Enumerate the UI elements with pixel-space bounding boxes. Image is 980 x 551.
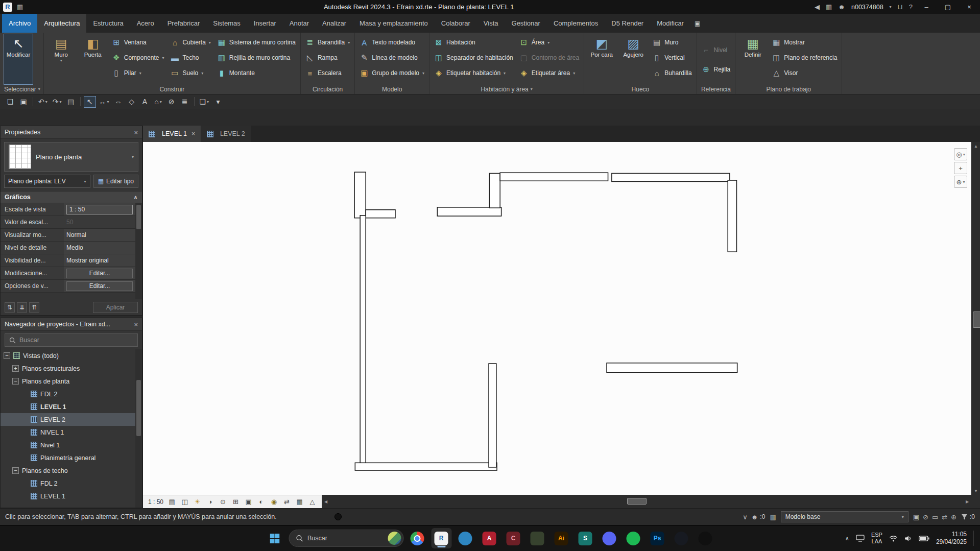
tree-item-fdl-2[interactable]: FDL 2 bbox=[1, 477, 135, 490]
barandilla-button[interactable]: ≣Barandilla▾ bbox=[304, 35, 351, 50]
tree-item-fdl-2[interactable]: FDL 2 bbox=[1, 388, 135, 400]
pan-icon[interactable]: + bbox=[954, 162, 967, 174]
ribbon-tab-d5-render[interactable]: D5 Render bbox=[605, 14, 650, 33]
tree-item-nivel-1[interactable]: NIVEL 1 bbox=[1, 426, 135, 439]
detail-level-icon[interactable]: ▤ bbox=[168, 498, 176, 506]
scrollbar-thumb[interactable] bbox=[136, 205, 141, 229]
escalera-button[interactable]: ≡Escalera bbox=[304, 65, 351, 81]
view-tab-level-2[interactable]: LEVEL 2 bbox=[201, 126, 251, 142]
hidden-icons-chevron-icon[interactable]: ∧ bbox=[845, 535, 849, 542]
apply-button[interactable]: Aplicar bbox=[93, 302, 138, 313]
wall-segment-6[interactable] bbox=[437, 207, 501, 216]
qat-customize-qat-icon[interactable]: ▾ bbox=[212, 96, 224, 108]
ventana-button[interactable]: ⊞Ventana bbox=[110, 35, 166, 50]
grupo-de-modelo-button[interactable]: ▣Grupo de modelo▾ bbox=[358, 65, 426, 81]
vertical-scrollbar[interactable]: ▲ ▼ bbox=[971, 142, 980, 495]
wall-segment-8[interactable] bbox=[500, 173, 608, 181]
ribbon-tab-anotar[interactable]: Anotar bbox=[283, 14, 316, 33]
tree-item-level-1[interactable]: LEVEL 1 bbox=[1, 400, 135, 413]
background-processes-icon[interactable]: ⇄ bbox=[942, 513, 947, 521]
ribbon-tab-modificar[interactable]: Modificar bbox=[650, 14, 690, 33]
value-input[interactable]: 1 : 50 bbox=[66, 205, 133, 214]
visual-style-icon[interactable]: ◫ bbox=[180, 498, 189, 506]
taskbar-photoshop-icon[interactable]: Ps bbox=[647, 528, 667, 548]
show-rendering-icon[interactable]: ⊙ bbox=[219, 498, 227, 506]
ribbon-tab-complementos[interactable]: Complementos bbox=[547, 14, 605, 33]
taskbar-app-maroon-icon[interactable]: C bbox=[503, 528, 523, 548]
taskbar-search[interactable]: Buscar bbox=[289, 530, 403, 547]
puerta-button[interactable]: ◧Puerta bbox=[79, 34, 107, 84]
language-indicator[interactable]: ESP LAA bbox=[871, 532, 882, 545]
area-button[interactable]: ⊡Área▾ bbox=[518, 35, 581, 50]
sistema-de-muro-cortina-button[interactable]: ▦Sistema de muro cortina bbox=[216, 35, 297, 50]
ribbon-tab-sistemas[interactable]: Sistemas bbox=[206, 14, 247, 33]
tree-item-level-2[interactable]: LEVEL 2 bbox=[1, 413, 135, 426]
taskbar-app-blue-circle-icon[interactable] bbox=[455, 528, 475, 548]
agujero-button[interactable]: ▨Agujero bbox=[619, 34, 648, 84]
expander-plus-icon[interactable]: + bbox=[12, 365, 19, 372]
vertical-button[interactable]: ▯Vertical bbox=[651, 50, 693, 65]
qat-text-icon[interactable]: A bbox=[139, 96, 151, 108]
sort-descending-icon[interactable]: ⇈ bbox=[29, 302, 39, 313]
wall-segment-10[interactable] bbox=[728, 180, 736, 252]
filter-combo[interactable]: Plano de planta: LEV ▾ bbox=[4, 175, 90, 188]
wall-segment-4[interactable] bbox=[355, 463, 497, 470]
ribbon-tab-arquitectura[interactable]: Arquitectura bbox=[37, 14, 86, 33]
habitacion-button[interactable]: ⊠Habitación bbox=[433, 35, 515, 50]
tree-item-planimetria-general[interactable]: Planimetría general bbox=[1, 451, 135, 464]
home-grid-icon[interactable]: ▦ bbox=[17, 3, 23, 11]
nivel-button[interactable]: ⌐Nivel bbox=[700, 42, 732, 58]
taskbar-autocad-icon[interactable]: A bbox=[479, 528, 499, 548]
collapse-section-icon[interactable]: ∧ bbox=[133, 194, 138, 201]
wall-segment-5[interactable] bbox=[489, 364, 496, 467]
property-value[interactable]: Editar... bbox=[64, 267, 135, 279]
montante-button[interactable]: ▮Montante bbox=[216, 65, 297, 81]
sun-path-icon[interactable]: ☀ bbox=[193, 498, 202, 506]
qat-open-icon[interactable]: ❏ bbox=[4, 96, 16, 108]
worksharing-display-icon[interactable]: ⇄ bbox=[282, 498, 291, 506]
graphics-section-header[interactable]: Gráficos ∧ bbox=[1, 191, 142, 203]
wifi-icon[interactable] bbox=[889, 535, 898, 542]
scrollbar-thumb[interactable] bbox=[136, 380, 141, 436]
editable-elements-icon[interactable]: ☻ bbox=[751, 513, 758, 521]
filter-icon[interactable] bbox=[961, 514, 968, 520]
qat-measure-icon[interactable]: ↔▾ bbox=[97, 96, 111, 108]
techo-button[interactable]: ▬Techo bbox=[169, 50, 212, 65]
ribbon-tab-analizar[interactable]: Analizar bbox=[316, 14, 353, 33]
edit-type-button[interactable]: ▦ Editar tipo bbox=[93, 175, 138, 188]
temporary-view-properties-icon[interactable]: ▦ bbox=[295, 498, 304, 506]
tree-item-planos-de-techo[interactable]: −Planos de techo bbox=[1, 464, 135, 477]
properties-close-icon[interactable]: × bbox=[130, 129, 138, 136]
exclude-options-icon[interactable]: ⊘ bbox=[923, 513, 928, 521]
zoom-icon[interactable]: ⊕▾ bbox=[954, 176, 967, 188]
workset-caret-icon[interactable]: ▾ bbox=[902, 515, 904, 519]
wall-segment-2[interactable] bbox=[366, 210, 395, 218]
sort-default-icon[interactable]: ⇅ bbox=[5, 302, 15, 313]
ribbon-tab-masa-y-emplazamiento[interactable]: Masa y emplazamiento bbox=[353, 14, 435, 33]
expander-minus-icon[interactable]: − bbox=[12, 378, 19, 385]
property-value[interactable]: Normal bbox=[64, 229, 135, 241]
expander-minus-icon[interactable]: − bbox=[4, 352, 10, 359]
wall-segment-9[interactable] bbox=[612, 173, 730, 181]
ribbon-tab-insertar[interactable]: Insertar bbox=[247, 14, 283, 33]
scroll-left-icon[interactable]: ◀ bbox=[322, 495, 330, 508]
wall-segment-11[interactable] bbox=[607, 363, 737, 372]
etiquetar-area-button[interactable]: ◈Etiquetar área▾ bbox=[518, 65, 581, 81]
definir-button[interactable]: ▦Definir bbox=[738, 34, 767, 84]
texto-modelado-button[interactable]: ATexto modelado bbox=[358, 35, 426, 50]
horizontal-scrollbar[interactable]: ◀ ▶ bbox=[322, 495, 971, 508]
volume-icon[interactable] bbox=[904, 535, 912, 542]
vertical-scroll-thumb[interactable] bbox=[973, 312, 980, 328]
qat-thin-lines-icon[interactable]: ≣ bbox=[179, 96, 191, 108]
active-workset-combo[interactable]: Modelo base ▾ bbox=[781, 511, 909, 522]
edit-button[interactable]: Editar... bbox=[66, 269, 133, 278]
revit-app-icon[interactable]: R bbox=[3, 3, 12, 12]
property-value[interactable]: Medio bbox=[64, 242, 135, 254]
temporary-hide-icon[interactable]: ◐ bbox=[257, 498, 266, 506]
view-tab-level-1[interactable]: LEVEL 1× bbox=[143, 126, 201, 142]
drawing-canvas[interactable]: ◎▾+⊕▾ bbox=[143, 142, 971, 495]
navigation-wheel-icon[interactable]: ◎▾ bbox=[954, 148, 967, 160]
rejilla-button[interactable]: ⊕Rejilla bbox=[700, 62, 732, 77]
crop-view-icon[interactable]: ⊞ bbox=[231, 498, 240, 506]
design-options-icon[interactable]: ▣ bbox=[913, 513, 919, 521]
